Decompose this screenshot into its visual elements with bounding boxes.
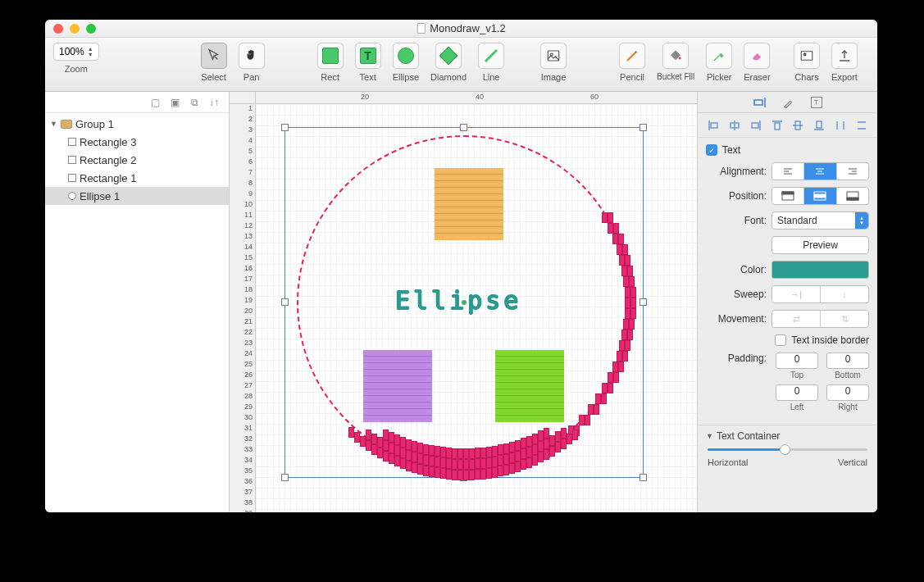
canvas[interactable]: Ellipse <box>256 104 697 512</box>
color-label: Color: <box>706 264 767 275</box>
rect-purple <box>363 350 432 422</box>
padding-bottom-input[interactable]: 0 <box>826 352 869 369</box>
resize-handle-nw[interactable] <box>281 124 289 131</box>
align-right-button[interactable] <box>837 163 868 180</box>
window-controls <box>53 24 96 34</box>
align-bottom-icon[interactable] <box>812 119 826 132</box>
align-left-icon[interactable] <box>707 119 720 132</box>
pan-tool-button[interactable] <box>239 43 265 69</box>
text-container-disclosure[interactable]: ▼ Text Container <box>698 425 877 447</box>
align-left-button[interactable] <box>772 163 804 180</box>
align-top-icon[interactable] <box>771 119 784 132</box>
svg-rect-2 <box>548 51 559 61</box>
container-header: Text Container <box>717 430 780 442</box>
tab-text[interactable]: T <box>811 97 822 108</box>
duplicate-icon[interactable]: ⧉ <box>188 96 201 109</box>
resize-handle-se[interactable] <box>640 474 647 481</box>
tab-alignment[interactable] <box>753 97 767 108</box>
tool-pan-group: Pan <box>239 43 265 82</box>
select-label: Select <box>201 72 226 82</box>
svg-rect-5 <box>801 52 812 61</box>
svg-rect-37 <box>814 194 826 198</box>
distribute-h-icon[interactable] <box>834 119 847 132</box>
color-well[interactable] <box>772 261 869 279</box>
distribute-v-icon[interactable] <box>855 119 868 132</box>
tab-appearance[interactable] <box>783 97 794 108</box>
resize-handle-ne[interactable] <box>640 124 647 131</box>
move-v-button[interactable]: ⇅ <box>821 311 868 327</box>
title-text: Monodraw_v1.2 <box>430 22 506 34</box>
zoom-button[interactable] <box>86 24 96 34</box>
preview-button[interactable]: Preview <box>772 236 869 254</box>
select-tool-button[interactable] <box>201 43 227 69</box>
sort-icon[interactable]: ↓↑ <box>207 96 221 109</box>
tree-item[interactable]: Rectangle 3 <box>45 133 229 151</box>
disclosure-triangle-icon[interactable]: ▼ <box>50 120 57 128</box>
close-button[interactable] <box>53 24 63 34</box>
resize-handle-n[interactable] <box>460 124 467 131</box>
document-icon <box>416 23 425 34</box>
export-button[interactable] <box>831 43 858 69</box>
tree-item[interactable]: Rectangle 1 <box>45 169 229 187</box>
slider-thumb[interactable] <box>780 444 790 455</box>
align-center-button[interactable] <box>804 163 836 180</box>
sweep-h-button[interactable]: →| <box>772 286 821 302</box>
align-right-icon[interactable] <box>749 119 762 132</box>
layers-toolbar: ▢ ▣ ⧉ ↓↑ <box>45 92 229 113</box>
alignment-segmented <box>772 162 869 180</box>
pencil-tool-button[interactable] <box>619 43 645 69</box>
align-vcenter-icon[interactable] <box>791 119 804 132</box>
line-tool-button[interactable] <box>478 43 504 69</box>
sweep-label: Sweep: <box>706 289 767 300</box>
pos-top-button[interactable] <box>772 188 804 204</box>
tool-select-group: Select <box>201 43 227 82</box>
text-tool-button[interactable]: T <box>355 43 381 69</box>
font-select[interactable]: Standard ▲▼ <box>772 211 869 230</box>
minimize-button[interactable] <box>70 24 80 34</box>
content: ▢ ▣ ⧉ ↓↑ ▼ Group 1 Rectangle 3Rectangle … <box>45 92 877 512</box>
slider-left-label: Horizontal <box>708 457 749 467</box>
padding-top-input[interactable]: 0 <box>776 352 818 369</box>
padding-right-input[interactable]: 0 <box>826 384 869 401</box>
font-label: Font: <box>706 215 767 226</box>
svg-line-0 <box>214 57 217 60</box>
resize-handle-w[interactable] <box>281 298 289 306</box>
window-title: Monodraw_v1.2 <box>416 22 506 34</box>
zoom-stepper[interactable]: 100% ▲▼ <box>53 43 99 61</box>
picker-tool-button[interactable] <box>706 43 732 69</box>
rect-tool-button[interactable] <box>317 43 344 69</box>
text-enable-checkbox[interactable]: ✓ <box>706 144 717 156</box>
resize-handle-e[interactable] <box>640 298 647 306</box>
center-handle[interactable] <box>462 300 467 305</box>
ungroup-icon[interactable]: ▣ <box>168 96 181 109</box>
alignment-quick-row <box>698 113 877 138</box>
ellipse-tool-button[interactable] <box>393 43 419 69</box>
svg-rect-35 <box>782 192 794 194</box>
svg-rect-10 <box>711 123 717 128</box>
pos-middle-button[interactable] <box>804 188 836 204</box>
inside-border-checkbox[interactable] <box>775 334 786 346</box>
diamond-tool-button[interactable] <box>435 43 462 69</box>
padding-left-input[interactable]: 0 <box>776 384 818 401</box>
image-tool-button[interactable] <box>540 43 567 69</box>
move-h-button[interactable]: ⇄ <box>772 311 821 327</box>
ellipse-icon <box>68 192 76 200</box>
pos-bottom-button[interactable] <box>837 188 868 204</box>
container-slider-row <box>698 447 877 457</box>
zoom-value: 100% <box>59 46 84 57</box>
resize-handle-sw[interactable] <box>281 474 289 481</box>
bucket-tool-button[interactable] <box>662 43 689 69</box>
chars-button[interactable]: * <box>794 43 820 69</box>
ruler-corner <box>230 92 256 104</box>
group-icon[interactable]: ▢ <box>148 96 162 109</box>
svg-point-4 <box>679 57 681 60</box>
select-arrows-icon: ▲▼ <box>855 212 868 229</box>
sweep-v-button[interactable]: ↓ <box>821 286 868 302</box>
tree-group-row[interactable]: ▼ Group 1 <box>45 115 229 133</box>
svg-rect-20 <box>817 121 822 128</box>
align-hcenter-icon[interactable] <box>728 119 741 132</box>
tree-item[interactable]: Ellipse 1 <box>45 187 229 205</box>
tree-item[interactable]: Rectangle 2 <box>45 151 229 169</box>
eraser-tool-button[interactable] <box>744 43 770 69</box>
container-slider[interactable] <box>708 448 867 451</box>
